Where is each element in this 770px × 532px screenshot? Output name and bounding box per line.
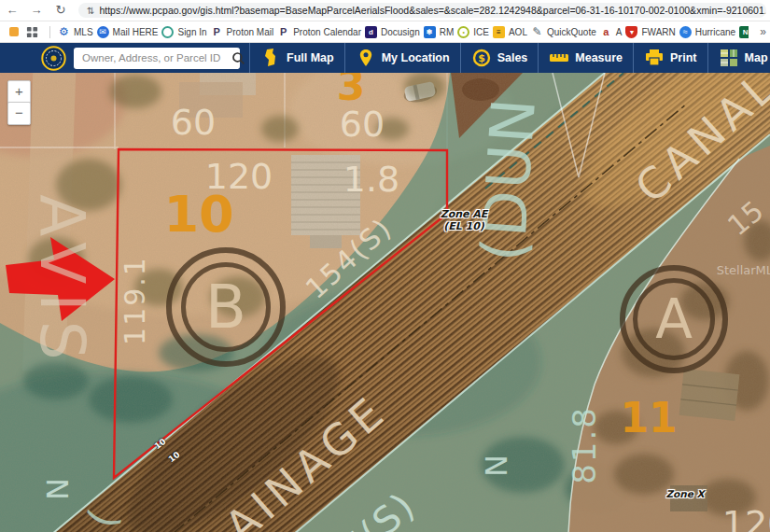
url-text: https://www.pcpao.gov/gis.html?basemap=B… xyxy=(99,5,766,16)
map-graphics xyxy=(0,73,770,532)
bookmark-mls[interactable]: ⚙MLS xyxy=(58,26,93,38)
search-button[interactable] xyxy=(226,48,251,69)
bookmark-favicon: ✎ xyxy=(531,26,543,38)
bookmark-favicon: d xyxy=(365,26,377,38)
bookmark-label: Mail HERE xyxy=(113,27,159,37)
bookmark-label: Hurricane xyxy=(695,27,735,37)
my-location-button[interactable]: My Location xyxy=(344,43,460,73)
bookmarks-overflow-icon[interactable]: » xyxy=(760,25,766,38)
browser-address-bar: ← → ↻ ⇅ https://www.pcpao.gov/gis.html?b… xyxy=(0,0,770,21)
bookmark-favicon: ▼ xyxy=(625,26,637,38)
bookmark-rm[interactable]: ❄RM xyxy=(424,26,455,38)
toolbar-button-label: Map Style xyxy=(745,51,770,64)
bookmark-fwarn[interactable]: ▼FWARN xyxy=(625,26,675,38)
url-bar[interactable]: ⇅ https://www.pcpao.gov/gis.html?basemap… xyxy=(78,3,766,18)
bookmark-label: Docusign xyxy=(381,27,420,37)
bookmark-a[interactable]: aA xyxy=(600,26,623,38)
bookmarks-folder-icon[interactable] xyxy=(9,27,19,36)
full-map-button[interactable]: Full Map xyxy=(249,43,344,73)
bookmark-ice[interactable]: •ICE xyxy=(457,26,489,38)
zoom-out-button[interactable]: − xyxy=(7,102,31,125)
bookmark-proton-calendar[interactable]: PProton Calendar xyxy=(277,26,361,38)
bookmark-label: QuickQuote xyxy=(547,27,596,37)
county-icon xyxy=(260,49,281,67)
toolbar-button-label: Full Map xyxy=(287,51,334,64)
zoom-in-button[interactable]: + xyxy=(7,80,31,104)
bookmark-label: ICE xyxy=(473,27,489,37)
tiles-icon xyxy=(719,49,739,67)
bookmark-label: RM xyxy=(440,27,455,37)
bookmark-label: Proton Calendar xyxy=(293,27,361,37)
bookmarks-bar: ⚙MLS✉Mail HERESign InPProton MailPProton… xyxy=(0,21,770,43)
search-icon xyxy=(231,51,245,65)
printer-icon xyxy=(644,49,665,67)
bookmark-favicon: ❄ xyxy=(424,26,436,38)
search-input[interactable] xyxy=(74,52,226,63)
bookmark-mail-here[interactable]: ✉Mail HERE xyxy=(97,26,159,38)
bookmark-favicon xyxy=(161,26,174,38)
pin-icon xyxy=(356,49,376,67)
dollar-icon xyxy=(471,49,492,67)
bookmark-proton-mail[interactable]: PProton Mail xyxy=(211,26,274,38)
bookmark-dnc[interactable]: NDNC xyxy=(739,26,749,38)
bookmark-favicon: ≡ xyxy=(493,26,505,38)
parcel-search-box xyxy=(74,48,240,69)
bookmark-favicon: P xyxy=(277,26,289,38)
bookmark-favicon: P xyxy=(211,26,223,38)
bookmark-hurricane[interactable]: ≈Hurricane xyxy=(679,26,735,38)
apps-grid-icon[interactable] xyxy=(26,26,38,38)
bookmark-label: Proton Mail xyxy=(227,27,274,37)
toolbar-buttons: Full MapMy LocationSalesMeasurePrintMap … xyxy=(249,43,770,73)
bookmark-label: MLS xyxy=(74,27,93,37)
toolbar-button-label: Sales xyxy=(497,51,528,64)
bookmark-favicon: ≈ xyxy=(679,26,692,38)
bookmark-quickquote[interactable]: ✎QuickQuote xyxy=(531,26,596,38)
toolbar-button-label: Measure xyxy=(575,51,623,64)
ruler-icon xyxy=(549,49,569,67)
print-button[interactable]: Print xyxy=(633,43,707,73)
bookmark-favicon: N xyxy=(739,26,749,38)
toolbar-button-label: Print xyxy=(670,51,696,64)
bookmarks-list: ⚙MLS✉Mail HERESign InPProton MailPProton… xyxy=(56,26,749,38)
bookmark-label: Sign In xyxy=(177,27,206,37)
bookmark-label: A xyxy=(616,27,623,37)
county-seal-logo xyxy=(41,46,66,71)
site-info-icon[interactable]: ⇅ xyxy=(87,6,94,16)
bookmark-favicon: a xyxy=(600,26,612,38)
bookmark-favicon: ✉ xyxy=(97,26,109,38)
measure-button[interactable]: Measure xyxy=(538,43,633,73)
bookmark-aol[interactable]: ≡AOL xyxy=(493,26,527,38)
back-icon[interactable]: ← xyxy=(0,0,24,21)
gis-toolbar: Full MapMy LocationSalesMeasurePrintMap … xyxy=(0,43,770,73)
browser-window: ← → ↻ ⇅ https://www.pcpao.gov/gis.html?b… xyxy=(0,0,770,532)
bookmark-favicon: • xyxy=(457,26,469,38)
bookmark-label: AOL xyxy=(509,27,527,37)
map-canvas[interactable]: AVIS603601201.810119.1154(S)CANAL(DUNBAZ… xyxy=(0,73,770,532)
forward-icon[interactable]: → xyxy=(24,0,49,21)
reload-icon[interactable]: ↻ xyxy=(49,0,73,21)
map-style-button[interactable]: Map Style xyxy=(707,43,770,73)
bookmark-sign-in[interactable]: Sign In xyxy=(161,26,206,38)
bookmark-label: FWARN xyxy=(641,27,675,37)
bookmark-favicon: ⚙ xyxy=(58,26,70,38)
bookmark-docusign[interactable]: dDocusign xyxy=(365,26,420,38)
divider xyxy=(49,26,50,38)
toolbar-button-label: My Location xyxy=(382,51,450,64)
sales-button[interactable]: Sales xyxy=(460,43,539,73)
